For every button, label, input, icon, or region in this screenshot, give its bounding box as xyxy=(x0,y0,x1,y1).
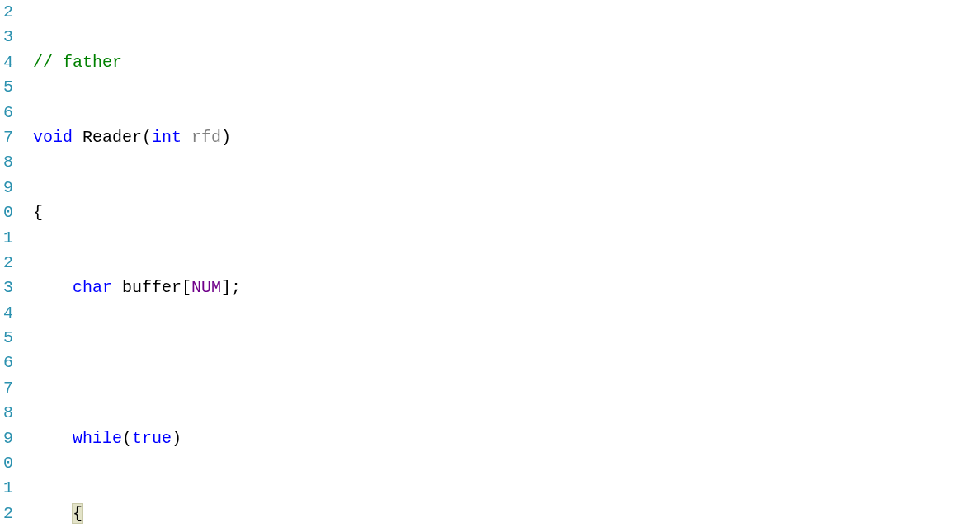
line-number: 3 xyxy=(0,275,13,300)
line-number: 8 xyxy=(0,401,13,426)
code-line[interactable]: void Reader(int rfd) xyxy=(33,125,980,150)
keyword-token: while xyxy=(73,429,122,448)
keyword-token: void xyxy=(33,128,73,147)
code-area[interactable]: // father void Reader(int rfd) { char bu… xyxy=(15,0,980,532)
line-number: 0 xyxy=(0,451,13,476)
line-number: 6 xyxy=(0,351,13,375)
line-number: 6 xyxy=(0,101,13,125)
punct-token: [ xyxy=(181,278,191,297)
code-line[interactable]: while(true) xyxy=(33,426,980,451)
line-number: 7 xyxy=(0,376,13,401)
macro-token: NUM xyxy=(191,278,221,297)
line-number-gutter: 2 3 4 5 6 7 8 9 0 1 2 3 4 5 6 7 8 9 0 1 … xyxy=(0,0,15,532)
brace-token: { xyxy=(33,203,43,222)
punct-token: ) xyxy=(172,429,181,448)
code-line[interactable] xyxy=(33,351,980,375)
param-token: rfd xyxy=(191,128,221,147)
brace-match-token: { xyxy=(73,504,82,523)
punct-token: ) xyxy=(221,128,231,147)
ident-token: buffer xyxy=(122,278,181,297)
line-number: 4 xyxy=(0,301,13,326)
keyword-token: true xyxy=(132,429,172,448)
punct-token: ; xyxy=(231,278,241,297)
line-number: 4 xyxy=(0,50,13,75)
line-number: 8 xyxy=(0,150,13,175)
line-number: 3 xyxy=(0,25,13,49)
keyword-token: char xyxy=(73,278,112,297)
code-line[interactable]: // father xyxy=(33,50,980,75)
line-number: 0 xyxy=(0,200,13,225)
line-number: 1 xyxy=(0,226,13,251)
code-line[interactable]: { xyxy=(33,501,980,526)
punct-token: ] xyxy=(221,278,231,297)
line-number: 5 xyxy=(0,75,13,100)
code-line[interactable]: { xyxy=(33,200,980,225)
line-number: 7 xyxy=(0,125,13,150)
keyword-token: int xyxy=(152,128,181,147)
line-number: 2 xyxy=(0,0,13,25)
comment-token: // father xyxy=(33,53,122,72)
line-number: 5 xyxy=(0,326,13,351)
line-number: 2 xyxy=(0,251,13,275)
line-number: 3 xyxy=(0,526,13,532)
line-number: 2 xyxy=(0,501,13,526)
code-editor[interactable]: 2 3 4 5 6 7 8 9 0 1 2 3 4 5 6 7 8 9 0 1 … xyxy=(0,0,980,532)
punct-token: ( xyxy=(122,429,132,448)
line-number: 9 xyxy=(0,426,13,451)
line-number: 1 xyxy=(0,476,13,501)
line-number: 9 xyxy=(0,176,13,200)
function-name-token: Reader xyxy=(82,128,142,147)
code-line[interactable]: char buffer[NUM]; xyxy=(33,275,980,300)
punct-token: ( xyxy=(142,128,152,147)
